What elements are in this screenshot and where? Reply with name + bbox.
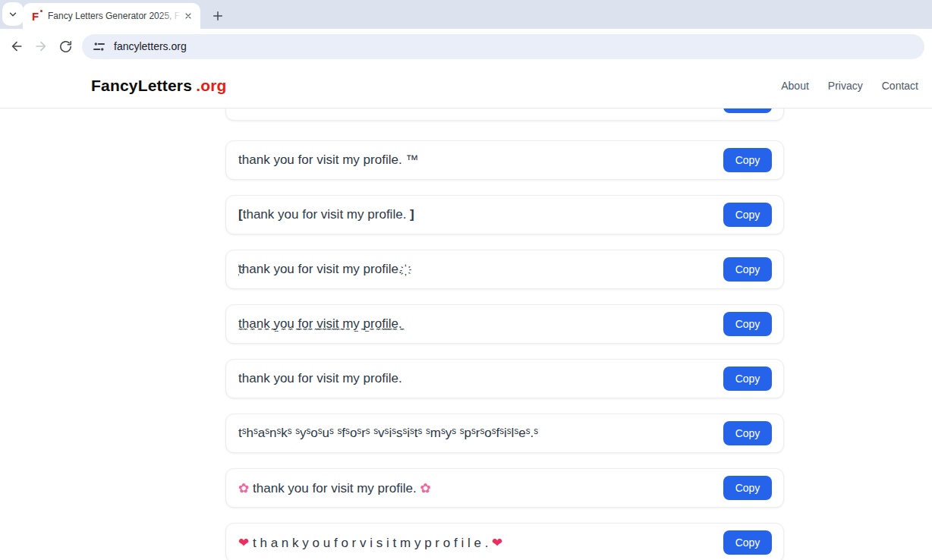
result-card: tˢhˢaˢnˢkˢ ˢyˢoˢuˢ ˢfˢoˢrˢ ˢvˢiˢsˢiˢtˢ ˢ… bbox=[225, 414, 784, 453]
reload-icon bbox=[58, 39, 73, 54]
browser-toolbar: fancyletters.org bbox=[0, 29, 932, 64]
result-card: ❤ t h a n k y o u f o r v i s i t m y p … bbox=[225, 523, 784, 560]
copy-button[interactable]: Copy bbox=[723, 530, 772, 555]
result-card: thank you for visit my profile. ™ Copy bbox=[225, 140, 784, 180]
site-nav: About Privacy Contact bbox=[781, 80, 918, 92]
page-content: Copy thank you for visit my profile. ™ C… bbox=[0, 109, 932, 560]
result-card: [thank you for visit my profile. ] Copy bbox=[225, 195, 784, 234]
copy-button[interactable]: Copy bbox=[723, 476, 772, 500]
fancy-text: ҉thank you for visit my profile. ҉ bbox=[238, 262, 723, 277]
copy-button[interactable]: Copy bbox=[723, 367, 772, 391]
tab-title: Fancy Letters Generator 2025, F bbox=[48, 11, 181, 21]
chevron-down-icon bbox=[8, 9, 18, 20]
copy-button[interactable]: Copy bbox=[723, 148, 772, 172]
copy-button[interactable]: Copy bbox=[723, 109, 772, 113]
back-button[interactable] bbox=[5, 34, 29, 58]
new-tab-button[interactable] bbox=[208, 6, 228, 26]
nav-link-about[interactable]: About bbox=[781, 80, 809, 92]
active-tab[interactable]: F Fancy Letters Generator 2025, F bbox=[23, 3, 200, 29]
fancy-text: t̼h̼a̼n̼k̼ ̼y̼o̼u̼ ̼f̼o̼r̼ ̼v̼i̼s̼i̼t̼ ̼… bbox=[238, 316, 723, 332]
fancy-text: tˢhˢaˢnˢkˢ ˢyˢoˢuˢ ˢfˢoˢrˢ ˢvˢiˢsˢiˢtˢ ˢ… bbox=[238, 426, 723, 441]
result-card: Copy bbox=[225, 109, 784, 121]
back-arrow-icon bbox=[9, 39, 24, 54]
reload-button[interactable] bbox=[53, 34, 77, 58]
fancy-text: [thank you for visit my profile. ] bbox=[238, 207, 723, 222]
result-card: ҉thank you for visit my profile. ҉ Copy bbox=[225, 250, 784, 289]
forward-arrow-icon bbox=[33, 39, 49, 54]
address-bar[interactable]: fancyletters.org bbox=[82, 34, 924, 59]
fancy-text: ❤ t h a n k y o u f o r v i s i t m y p … bbox=[238, 535, 723, 551]
result-card: thank you for visit my profile. Copy bbox=[225, 359, 784, 398]
copy-button[interactable]: Copy bbox=[723, 203, 772, 227]
nav-link-privacy[interactable]: Privacy bbox=[828, 80, 863, 92]
browser-window: F Fancy Letters Generator 2025, F bbox=[0, 0, 932, 560]
copy-button[interactable]: Copy bbox=[723, 257, 772, 282]
fancy-text: thank you for visit my profile. ™ bbox=[238, 153, 723, 168]
forward-button[interactable] bbox=[29, 34, 53, 58]
fancy-text: thank you for visit my profile. bbox=[238, 371, 723, 386]
results-list: Copy thank you for visit my profile. ™ C… bbox=[225, 109, 784, 560]
tab-close-icon[interactable] bbox=[181, 10, 194, 23]
site-logo[interactable]: FancyLetters.org bbox=[91, 77, 227, 95]
result-card: t̼h̼a̼n̼k̼ ̼y̼o̼u̼ ̼f̼o̼r̼ ̼v̼i̼s̼i̼t̼ ̼… bbox=[225, 304, 784, 344]
site-logo-suffix: .org bbox=[196, 77, 226, 94]
result-card: ✿ thank you for visit my profile. ✿ Copy bbox=[225, 468, 784, 508]
plus-icon bbox=[211, 9, 225, 23]
url-text[interactable]: fancyletters.org bbox=[114, 40, 187, 52]
site-settings-icon[interactable] bbox=[93, 40, 105, 53]
site-header: FancyLetters.org About Privacy Contact bbox=[0, 64, 932, 109]
nav-link-contact[interactable]: Contact bbox=[882, 80, 918, 92]
copy-button[interactable]: Copy bbox=[723, 312, 772, 336]
tab-strip: F Fancy Letters Generator 2025, F bbox=[0, 0, 932, 29]
site-favicon-icon: F bbox=[29, 10, 42, 23]
fancy-text: ✿ thank you for visit my profile. ✿ bbox=[238, 480, 723, 496]
tab-search-button[interactable] bbox=[2, 2, 24, 26]
copy-button[interactable]: Copy bbox=[723, 421, 772, 445]
